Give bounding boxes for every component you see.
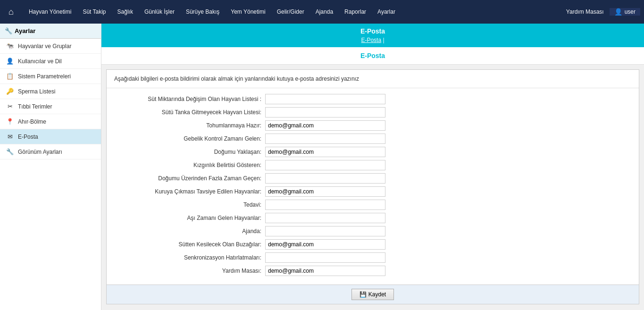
- section-title: E-Posta: [101, 47, 644, 65]
- form-row-13: Yardım Masası:: [114, 266, 631, 276]
- form-row-12: Senkronizasyon Hatırlatmaları:: [114, 252, 631, 263]
- sidebar-item-gorunum-label: Görünüm Ayarları: [18, 149, 62, 155]
- form-input-11[interactable]: [265, 239, 385, 250]
- sidebar-item-hayvanlar[interactable]: 🐄 Hayvanlar ve Gruplar: [0, 39, 101, 54]
- sistem-icon: 📋: [6, 73, 14, 80]
- tibbi-icon: ✂: [6, 103, 14, 110]
- form-row-1: Sütü Tanka Gitmeyecek Hayvan Listesi:: [114, 107, 631, 117]
- form-label-5: Kızgınlık Belirtisi Gösteren:: [114, 162, 265, 168]
- form-input-2[interactable]: [265, 120, 385, 131]
- form-row-10: Ajanda:: [114, 226, 631, 236]
- breadcrumb-link-eposta[interactable]: E-Posta: [361, 37, 381, 43]
- form-row-0: Süt Miktarında Değişim Olan Hayvan Liste…: [114, 94, 631, 104]
- settings-icon: 🔧: [5, 27, 12, 34]
- breadcrumb-separator: |: [383, 37, 384, 43]
- sidebar-item-kullanicilar[interactable]: 👤 Kullanıcılar ve Dil: [0, 54, 101, 69]
- form-input-10[interactable]: [265, 226, 385, 236]
- form-label-7: Kuruya Çıkması Tavsiye Edilen Hayvanlar:: [114, 188, 265, 195]
- form-row-3: Gebelik Kontrol Zamanı Gelen:: [114, 134, 631, 144]
- form-label-9: Aşı Zamanı Gelen Hayvanlar:: [114, 215, 265, 221]
- form-body: Süt Miktarında Değişim Olan Hayvan Liste…: [107, 88, 639, 285]
- form-row-2: Tohumlanmaya Hazır:: [114, 120, 631, 131]
- form-label-8: Tedavi:: [114, 201, 265, 208]
- nav-item-suruye[interactable]: Sürüye Bakış: [180, 0, 225, 24]
- nav-item-gunluk[interactable]: Günlük İşler: [139, 0, 180, 24]
- form-input-4[interactable]: [265, 147, 385, 157]
- sidebar-item-tibbi-label: Tıbbi Terimler: [18, 103, 52, 110]
- nav-item-gelir[interactable]: Gelir/Gider: [271, 0, 310, 24]
- nav-item-sut[interactable]: Süt Takip: [77, 0, 111, 24]
- form-label-6: Doğumu Üzerinden Fazla Zaman Geçen:: [114, 175, 265, 182]
- sidebar-header-label: Ayarlar: [15, 27, 35, 34]
- form-row-9: Aşı Zamanı Gelen Hayvanlar:: [114, 213, 631, 223]
- sidebar-item-eposta-label: E-Posta: [18, 134, 38, 140]
- nav-item-ajanda[interactable]: Ajanda: [310, 0, 339, 24]
- form-label-13: Yardım Masası:: [114, 268, 265, 274]
- nav-item-yem[interactable]: Yem Yönetimi: [225, 0, 271, 24]
- form-input-7[interactable]: [265, 186, 385, 197]
- sidebar-item-ahir[interactable]: 📍 Ahır-Bölme: [0, 114, 101, 129]
- ahir-icon: 📍: [6, 118, 14, 125]
- user-area[interactable]: 👤 user: [610, 8, 640, 16]
- user-label: user: [625, 8, 636, 15]
- form-label-12: Senkronizasyon Hatırlatmaları:: [114, 254, 265, 261]
- form-footer: 💾 Kaydet: [107, 285, 639, 304]
- nav-item-raporlar[interactable]: Raporlar: [339, 0, 372, 24]
- main-layout: 🔧 Ayarlar 🐄 Hayvanlar ve Gruplar 👤 Kulla…: [0, 24, 644, 310]
- form-input-1[interactable]: [265, 107, 385, 117]
- sidebar-item-gorunum[interactable]: 🔧 Görünüm Ayarları: [0, 144, 101, 159]
- sidebar-item-sperma[interactable]: 🔑 Sperma Listesi: [0, 84, 101, 99]
- sidebar-item-sperma-label: Sperma Listesi: [18, 88, 55, 95]
- form-label-2: Tohumlanmaya Hazır:: [114, 122, 265, 129]
- form-input-6[interactable]: [265, 173, 385, 184]
- sidebar-item-sistem-label: Sistem Parametreleri: [18, 73, 71, 80]
- form-input-5[interactable]: [265, 160, 385, 170]
- form-input-8[interactable]: [265, 200, 385, 210]
- content-area: E-Posta E-Posta | E-Posta Aşağıdaki bilg…: [101, 24, 644, 310]
- form-row-5: Kızgınlık Belirtisi Gösteren:: [114, 160, 631, 170]
- eposta-icon: ✉: [6, 133, 14, 140]
- nav-item-yardim[interactable]: Yardım Masası: [560, 0, 610, 24]
- form-input-3[interactable]: [265, 134, 385, 144]
- kullanicilar-icon: 👤: [6, 58, 14, 65]
- sidebar-item-ahir-label: Ahır-Bölme: [18, 118, 46, 125]
- form-description: Aşağıdaki bilgileri e-posta bildirimi ol…: [107, 70, 639, 88]
- form-input-12[interactable]: [265, 252, 385, 263]
- form-input-9[interactable]: [265, 213, 385, 223]
- hayvanlar-icon: 🐄: [6, 42, 14, 50]
- form-panel: Aşağıdaki bilgileri e-posta bildirimi ol…: [106, 69, 639, 304]
- form-input-13[interactable]: [265, 266, 385, 276]
- nav-item-hayvan[interactable]: Hayvan Yönetimi: [23, 0, 77, 24]
- gorunum-icon: 🔧: [6, 148, 14, 155]
- nav-item-saglik[interactable]: Sağlık: [112, 0, 139, 24]
- save-button[interactable]: 💾 Kaydet: [351, 289, 394, 300]
- sidebar-item-tibbi[interactable]: ✂ Tıbbi Terimler: [0, 99, 101, 114]
- save-icon: 💾: [360, 291, 367, 298]
- sperma-icon: 🔑: [6, 88, 14, 95]
- sidebar-item-eposta[interactable]: ✉ E-Posta: [0, 129, 101, 144]
- breadcrumb-area: E-Posta E-Posta |: [101, 24, 644, 47]
- sidebar-item-sistem[interactable]: 📋 Sistem Parametreleri: [0, 69, 101, 84]
- form-label-10: Ajanda:: [114, 228, 265, 235]
- nav-item-ayarlar[interactable]: Ayarlar: [372, 0, 401, 24]
- form-label-11: Sütten Kesilecek Olan Buzağılar:: [114, 241, 265, 248]
- form-row-11: Sütten Kesilecek Olan Buzağılar:: [114, 239, 631, 250]
- top-nav: ⌂ Hayvan Yönetimi Süt Takip Sağlık Günlü…: [0, 0, 644, 24]
- form-row-7: Kuruya Çıkması Tavsiye Edilen Hayvanlar:: [114, 186, 631, 197]
- form-label-4: Doğumu Yaklaşan:: [114, 149, 265, 155]
- sidebar-header: 🔧 Ayarlar: [0, 24, 101, 39]
- sidebar-item-kullanicilar-label: Kullanıcılar ve Dil: [18, 58, 62, 65]
- breadcrumb-title: E-Posta: [109, 27, 636, 35]
- home-icon[interactable]: ⌂: [4, 7, 18, 17]
- form-row-6: Doğumu Üzerinden Fazla Zaman Geçen:: [114, 173, 631, 184]
- form-label-1: Sütü Tanka Gitmeyecek Hayvan Listesi:: [114, 109, 265, 116]
- sidebar-item-hayvanlar-label: Hayvanlar ve Gruplar: [18, 43, 71, 50]
- save-label: Kaydet: [368, 291, 386, 298]
- user-icon: 👤: [614, 8, 622, 16]
- form-row-8: Tedavi:: [114, 200, 631, 210]
- sidebar: 🔧 Ayarlar 🐄 Hayvanlar ve Gruplar 👤 Kulla…: [0, 24, 101, 310]
- form-row-4: Doğumu Yaklaşan:: [114, 147, 631, 157]
- form-label-0: Süt Miktarında Değişim Olan Hayvan Liste…: [114, 96, 265, 102]
- form-input-0[interactable]: [265, 94, 385, 104]
- form-label-3: Gebelik Kontrol Zamanı Gelen:: [114, 135, 265, 142]
